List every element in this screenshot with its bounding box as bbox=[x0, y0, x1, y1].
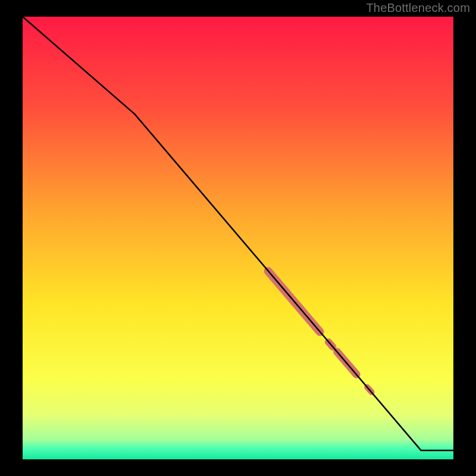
chart-frame: TheBottleneck.com bbox=[0, 0, 476, 476]
watermark-text: TheBottleneck.com bbox=[366, 1, 470, 15]
bottleneck-chart bbox=[0, 0, 476, 476]
plot-background bbox=[23, 17, 453, 459]
